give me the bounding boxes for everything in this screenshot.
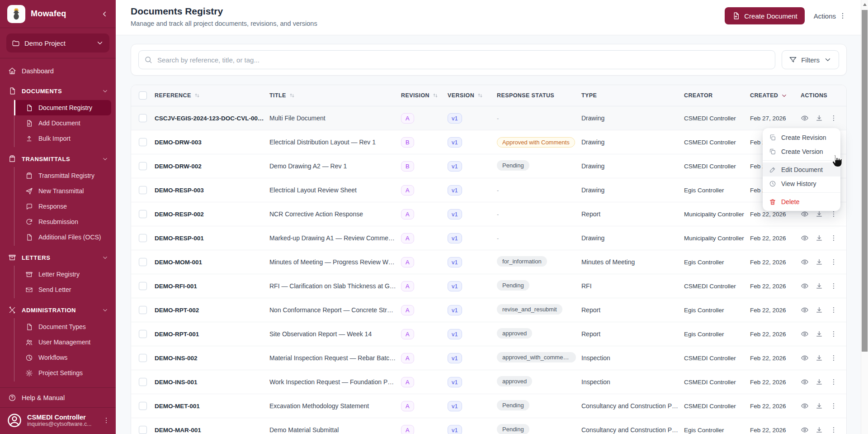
download-icon[interactable] [815, 234, 823, 242]
sidebar-group-documents[interactable]: DOCUMENTS [0, 83, 116, 99]
sidebar-item-new-transmittal[interactable]: New Transmittal [14, 183, 111, 199]
sidebar-item-letter-registry[interactable]: Letter Registry [14, 267, 111, 282]
table-row[interactable]: DEMO-DRW-002Demo Drawing A2 — Rev 1Bv1Pe… [131, 154, 846, 178]
sidebar-item-workflows[interactable]: Workflows [14, 350, 111, 365]
row-kebab-icon[interactable] [830, 114, 838, 122]
eye-icon[interactable] [801, 426, 809, 434]
row-kebab-icon[interactable] [830, 282, 838, 290]
column-header-reference[interactable]: REFERENCE [155, 92, 269, 99]
sidebar-item-send-letter[interactable]: Send Letter [14, 282, 111, 297]
row-checkbox[interactable] [139, 426, 147, 434]
download-icon[interactable] [815, 306, 823, 314]
sidebar-item-bulk-import[interactable]: Bulk Import [14, 131, 111, 146]
eye-icon[interactable] [801, 354, 809, 362]
table-row[interactable]: DEMO-MAR-001Demo Material SubmittalAv1Pe… [131, 418, 846, 434]
sidebar-group-administration[interactable]: ADMINISTRATION [0, 302, 116, 318]
row-kebab-icon[interactable] [830, 378, 838, 386]
vertical-scrollbar[interactable] [861, 0, 868, 434]
row-kebab-icon[interactable] [830, 210, 838, 218]
table-row[interactable]: DEMO-MET-001Excavation Methodology State… [131, 394, 846, 418]
eye-icon[interactable] [801, 402, 809, 410]
search-box[interactable] [138, 50, 775, 69]
column-header-title[interactable]: TITLE [269, 92, 401, 99]
menu-item-create-revision[interactable]: Create Revision [763, 130, 840, 144]
sidebar-group-letters[interactable]: LETTERS [0, 249, 116, 266]
eye-icon[interactable] [801, 210, 809, 218]
eye-icon[interactable] [801, 306, 809, 314]
sidebar-item-project-settings[interactable]: Project Settings [14, 365, 111, 381]
sort-icon[interactable] [194, 92, 200, 99]
column-header-revision[interactable]: REVISION [401, 92, 448, 99]
row-kebab-icon[interactable] [830, 234, 838, 242]
download-icon[interactable] [815, 354, 823, 362]
menu-item-edit-document[interactable]: Edit Document [763, 162, 840, 176]
sidebar-collapse-icon[interactable] [100, 10, 108, 18]
column-header-created[interactable]: CREATED [750, 92, 801, 99]
row-checkbox[interactable] [139, 114, 147, 122]
table-row[interactable]: DEMO-RPT-002Non Conformance Report — Con… [131, 298, 846, 322]
table-row[interactable]: DEMO-INS-001Work Inspection Request — Fo… [131, 370, 846, 394]
sort-icon[interactable] [432, 92, 439, 99]
row-checkbox[interactable] [139, 210, 147, 218]
sidebar-item-document-types[interactable]: Document Types [14, 319, 111, 334]
row-checkbox[interactable] [139, 282, 147, 290]
table-row[interactable]: DEMO-RPT-001Site Observation Report — We… [131, 322, 846, 346]
sidebar-item-help-manual[interactable]: Help & Manual [0, 387, 116, 407]
table-row[interactable]: DEMO-RFI-001RFI — Clarification on Slab … [131, 274, 846, 298]
sidebar-item-additional-files-ocs[interactable]: Additional Files (OCS) [14, 229, 111, 245]
filters-button[interactable]: Filters [782, 50, 839, 69]
row-checkbox[interactable] [139, 234, 147, 242]
column-header-version[interactable]: VERSION [448, 92, 497, 99]
row-checkbox[interactable] [139, 402, 147, 410]
sort-icon[interactable] [289, 92, 295, 99]
sidebar-group-transmittals[interactable]: TRANSMITTALS [0, 151, 116, 167]
table-row[interactable]: DEMO-MOM-001Minutes of Meeting — Progres… [131, 250, 846, 274]
scrollbar-up-arrow[interactable] [863, 3, 867, 6]
user-menu-kebab-icon[interactable] [102, 416, 110, 424]
download-icon[interactable] [815, 330, 823, 338]
download-icon[interactable] [815, 114, 823, 122]
sidebar-item-document-registry[interactable]: Document Registry [14, 100, 111, 115]
menu-item-delete[interactable]: Delete [763, 195, 840, 209]
row-checkbox[interactable] [139, 258, 147, 266]
sidebar-item-add-document[interactable]: Add Document [14, 115, 111, 131]
download-icon[interactable] [815, 282, 823, 290]
sidebar-item-user-management[interactable]: User Management [14, 334, 111, 350]
download-icon[interactable] [815, 258, 823, 266]
user-card[interactable]: CSMEDI Controller inquiries@cytsoftware.… [0, 407, 116, 434]
row-checkbox[interactable] [139, 186, 147, 194]
row-kebab-icon[interactable] [830, 426, 838, 434]
search-input[interactable] [156, 56, 769, 64]
row-checkbox[interactable] [139, 378, 147, 386]
sidebar-item-transmittal-registry[interactable]: Transmittal Registry [14, 168, 111, 183]
eye-icon[interactable] [801, 114, 809, 122]
row-kebab-icon[interactable] [830, 306, 838, 314]
row-checkbox[interactable] [139, 138, 147, 146]
menu-item-create-version[interactable]: Create Version [763, 144, 840, 158]
table-row[interactable]: DEMO-RESP-001Marked-up Drawing A1 — Revi… [131, 226, 846, 250]
row-kebab-icon[interactable] [830, 354, 838, 362]
eye-icon[interactable] [801, 330, 809, 338]
table-row[interactable]: DEMO-RESP-003Electrical Layout Review Sh… [131, 178, 846, 202]
eye-icon[interactable] [801, 282, 809, 290]
table-row[interactable]: DEMO-INS-002Material Inspection Request … [131, 346, 846, 370]
sidebar-item-response[interactable]: Response [14, 199, 111, 214]
row-checkbox[interactable] [139, 162, 147, 170]
eye-icon[interactable] [801, 258, 809, 266]
download-icon[interactable] [815, 210, 823, 218]
row-checkbox[interactable] [139, 330, 147, 338]
actions-menu-button[interactable]: Actions [814, 12, 847, 20]
scrollbar-thumb[interactable] [862, 10, 868, 352]
menu-item-view-history[interactable]: View History [763, 176, 840, 191]
download-icon[interactable] [815, 402, 823, 410]
row-checkbox[interactable] [139, 354, 147, 362]
select-all-checkbox[interactable] [139, 91, 147, 100]
project-selector[interactable]: Demo Project [6, 33, 109, 52]
chevron-down-icon[interactable] [781, 92, 788, 99]
download-icon[interactable] [815, 426, 823, 434]
row-kebab-icon[interactable] [830, 402, 838, 410]
eye-icon[interactable] [801, 234, 809, 242]
create-document-button[interactable]: Create Document [725, 7, 805, 24]
sidebar-item-dashboard[interactable]: Dashboard [0, 63, 116, 79]
download-icon[interactable] [815, 378, 823, 386]
